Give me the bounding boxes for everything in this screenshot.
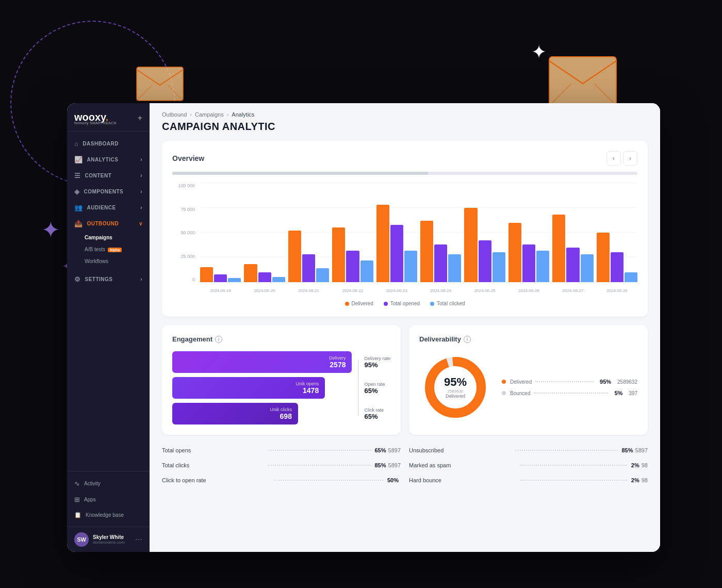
bar-clicked-5	[448, 254, 461, 282]
sidebar-item-content[interactable]: ☰ CONTENT ›	[67, 168, 150, 184]
breadcrumb-analytics: Analytics	[232, 111, 254, 118]
bar-group-1	[244, 183, 285, 282]
y-label-50k: 50 000	[180, 230, 195, 235]
bar-opened-1	[258, 272, 271, 282]
bar-group-4	[376, 183, 417, 282]
sidebar-sub-workflows[interactable]: Workflows	[67, 255, 150, 267]
main-content: Outbound › Campaigns › Analytics CAMPAIG…	[150, 103, 660, 552]
overview-title: Overview	[172, 154, 204, 162]
bar-clicked-2	[316, 268, 329, 282]
overview-prev-button[interactable]: ‹	[606, 151, 621, 166]
sidebar-item-knowledge-base[interactable]: 📋 Knowledge base	[67, 508, 150, 522]
sparkle-icon-1: ✦	[41, 217, 60, 243]
breadcrumb-outbound[interactable]: Outbound	[162, 111, 187, 118]
bar-delivered-9	[597, 233, 610, 282]
sidebar: wooxy. formerly SMARTREACH + ⌂ DASHBOARD…	[67, 103, 150, 552]
stat-click-open-rate: Click to open rate 50%	[162, 473, 401, 488]
stat-spam: Marked as spam 2% 98	[409, 458, 648, 473]
sidebar-item-apps[interactable]: ⊞ Apps	[67, 492, 150, 508]
stats-col-left: Total opens 65% 5897 Total clicks 85% 58…	[162, 443, 401, 488]
page-title: CAMPAIGN ANALYTIC	[162, 121, 648, 133]
chart-y-labels: 100 000 75 000 50 000 25 000 0	[172, 183, 198, 282]
overview-next-button[interactable]: ›	[623, 151, 637, 166]
deliv-stat-delivered: Delivered 95% 2589632	[502, 379, 637, 385]
user-info: Skyler White domenname.com	[93, 534, 131, 545]
deliverability-title: Deliverability i	[419, 335, 637, 343]
bar-group-6	[464, 183, 505, 282]
deliverability-stats: Delivered 95% 2589632 Bounced	[502, 379, 637, 396]
sidebar-item-dashboard[interactable]: ⌂ DASHBOARD	[67, 136, 150, 152]
bar-delivered-6	[464, 208, 477, 282]
bar-group-9	[597, 183, 637, 282]
sidebar-item-analytics[interactable]: 📈 ANALYTICS ›	[67, 152, 150, 168]
bar-opened-5	[434, 244, 447, 282]
bottom-row: Engagement i Delivery 2578 Unik opens 14…	[162, 325, 648, 435]
alpha-badge: Alpha	[108, 248, 122, 252]
y-label-75k: 75 000	[180, 207, 195, 212]
content-arrow-icon: ›	[140, 173, 142, 178]
chart-scrollbar[interactable]	[172, 172, 637, 175]
sidebar-item-audience[interactable]: 👥 AUDIENCE ›	[67, 200, 150, 216]
sidebar-item-components[interactable]: ◈ COMPONENTS ›	[67, 184, 150, 200]
x-label-8: 2024-06-27	[552, 288, 593, 293]
analytics-arrow-icon: ›	[140, 157, 142, 162]
user-domain: domenname.com	[93, 540, 131, 545]
sidebar-logo: wooxy. formerly SMARTREACH +	[67, 103, 150, 132]
sparkle-icon-3: ✦	[531, 41, 547, 63]
sidebar-bottom: ∿ Activity ⊞ Apps 📋 Knowledge base	[67, 471, 150, 527]
svg-rect-0	[137, 67, 183, 101]
chart-scrollbar-thumb	[172, 172, 428, 175]
envelope-decoration-left	[134, 62, 186, 105]
y-label-0: 0	[192, 277, 195, 282]
bar-delivered-5	[420, 221, 433, 282]
overview-card: Overview ‹ › 100 000	[162, 141, 648, 317]
deliverability-card: Deliverability i 95%	[409, 325, 648, 435]
deliverability-content: 95% 2589632 Delivered Delivered	[419, 351, 637, 423]
sidebar-item-settings[interactable]: ⚙ SETTINGS ›	[67, 271, 150, 287]
deliv-dot-bounced	[502, 391, 506, 395]
components-icon: ◈	[74, 188, 80, 195]
x-label-2: 2024-06-21	[288, 288, 329, 293]
donut-chart: 95% 2589632 Delivered	[419, 351, 491, 423]
deliverability-info-icon: i	[464, 336, 471, 343]
stat-unsubscribed: Unsubscribed 85% 5897	[409, 443, 648, 458]
bar-chart: 100 000 75 000 50 000 25 000 0 2024-06-1…	[172, 183, 637, 297]
x-label-3: 2024-06-22	[332, 288, 373, 293]
stats-col-right: Unsubscribed 85% 5897 Marked as spam 2% …	[409, 443, 648, 488]
bar-clicked-4	[404, 251, 417, 282]
stat-total-opens: Total opens 65% 5897	[162, 443, 401, 458]
bar-group-8	[552, 183, 593, 282]
logo-text: wooxy. formerly SMARTREACH	[74, 111, 117, 125]
engagement-bar-delivery: Delivery 2578	[172, 351, 352, 373]
bar-delivered-0	[200, 267, 213, 282]
main-header: Outbound › Campaigns › Analytics CAMPAIG…	[150, 103, 660, 133]
sidebar-sub-ab-tests[interactable]: A/B tests Alpha	[67, 243, 150, 255]
x-label-0: 2024-06-19	[200, 288, 241, 293]
bar-clicked-1	[272, 277, 285, 282]
logo-sub: formerly SMARTREACH	[74, 121, 117, 125]
sidebar-plus-button[interactable]: +	[138, 113, 142, 123]
donut-center: 95% 2589632 Delivered	[444, 375, 467, 400]
sidebar-item-outbound[interactable]: 📤 OUTBOUND ∨	[67, 216, 150, 232]
x-label-1: 2024-06-20	[244, 288, 285, 293]
sidebar-item-activity[interactable]: ∿ Activity	[67, 476, 150, 492]
engagement-bar-clicks: Unik clicks 698	[172, 403, 298, 424]
sidebar-sub-campaigns[interactable]: Campaigns	[67, 232, 150, 243]
analytics-icon: 📈	[74, 156, 83, 164]
user-avatar: SW	[74, 532, 89, 547]
bar-group-3	[332, 183, 373, 282]
bar-group-0	[200, 183, 241, 282]
engagement-stat-open: Open rate 65%	[364, 382, 390, 395]
bar-clicked-8	[581, 254, 594, 282]
bar-clicked-0	[228, 278, 241, 282]
engagement-connector-line	[358, 360, 359, 416]
x-label-7: 2024-06-26	[508, 288, 549, 293]
bar-opened-8	[566, 248, 579, 282]
content-icon: ☰	[74, 172, 81, 179]
user-more-button[interactable]: ⋯	[135, 535, 142, 544]
bar-group-2	[288, 183, 329, 282]
engagement-left: Delivery 2578 Unik opens 1478 Unik click…	[172, 351, 352, 424]
breadcrumb-campaigns[interactable]: Campaigns	[195, 111, 224, 118]
bar-delivered-4	[376, 205, 389, 282]
bar-opened-3	[346, 251, 359, 282]
